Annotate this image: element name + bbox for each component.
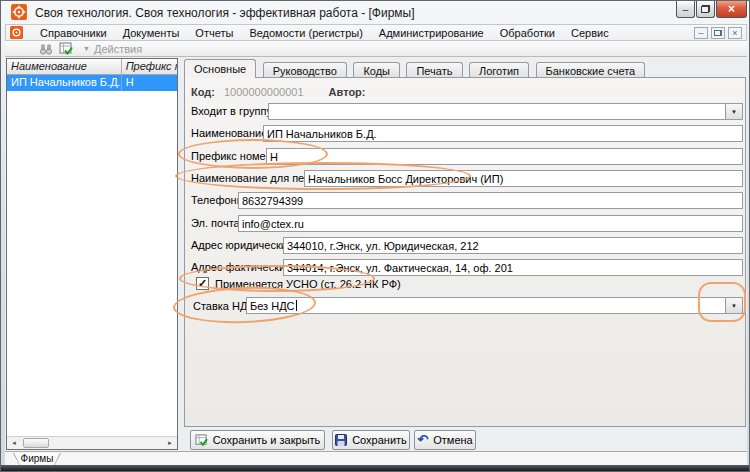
sheet-tab-strip: Фирмы xyxy=(5,451,747,465)
window-minimize-button[interactable]: – xyxy=(676,1,695,18)
tab-rukovodstvo[interactable]: Руководство xyxy=(263,62,347,78)
tab-kody[interactable]: Коды xyxy=(353,62,400,78)
column-header-name[interactable]: Наименование xyxy=(7,59,122,75)
app-icon-small xyxy=(10,26,23,39)
button-bar: Сохранить и закрыть Сохранить ↶ Отмена xyxy=(182,430,747,450)
print-name-input[interactable] xyxy=(304,170,743,187)
menu-obrabotki[interactable]: Обработки xyxy=(492,26,563,40)
actions-menu[interactable]: ▼ Действия xyxy=(83,43,142,55)
vat-dropdown-button[interactable]: ▼ xyxy=(725,298,742,313)
save-button[interactable]: Сохранить xyxy=(332,430,410,450)
scroll-left-icon: ◄ xyxy=(11,440,17,446)
code-value: 1000000000001 xyxy=(224,86,304,98)
save-close-icon xyxy=(195,434,208,447)
window-bottom-edge xyxy=(1,465,750,472)
mdi-minimize-button[interactable]: – xyxy=(694,27,708,39)
tab-bankovskie-scheta[interactable]: Банковские счета xyxy=(536,62,646,78)
text-cursor xyxy=(296,300,297,311)
list-cell-name: ИП Начальников Б.Д. xyxy=(7,75,122,91)
menu-otchety[interactable]: Отчеты xyxy=(187,26,241,40)
cancel-button[interactable]: ↶ Отмена xyxy=(414,430,476,450)
cancel-label: Отмена xyxy=(433,434,472,446)
restore-icon xyxy=(701,5,710,13)
workspace: Наименование Префикс номе ИП Начальников… xyxy=(5,57,747,451)
usno-checkbox[interactable]: ✓ xyxy=(196,277,209,290)
tab-pechat[interactable]: Печать xyxy=(406,62,462,78)
group-value xyxy=(269,104,725,119)
scrollbar-thumb[interactable] xyxy=(23,438,49,448)
menu-bar: Справочники Документы Отчеты Ведомости (… xyxy=(5,24,747,41)
usno-label: Применяется УСНО (ст. 26.2 НК РФ) xyxy=(215,278,401,290)
floppy-icon xyxy=(335,434,347,446)
save-label: Сохранить xyxy=(352,434,407,446)
minimize-icon: – xyxy=(683,4,689,15)
group-dropdown-button[interactable]: ▼ xyxy=(725,104,742,119)
name-label: Наименование: xyxy=(191,127,270,139)
group-label: Входит в группу: xyxy=(191,105,275,117)
prefix-input[interactable] xyxy=(266,148,743,165)
actual-address-label: Адрес фактический: xyxy=(191,261,294,273)
list-row-selected[interactable]: ИП Начальников Б.Д. Н xyxy=(7,75,177,91)
toolbar: ▼ Действия xyxy=(5,41,747,57)
menu-administrirovanie[interactable]: Администрирование xyxy=(371,26,492,40)
save-and-close-label: Сохранить и закрыть xyxy=(213,434,321,446)
email-label: Эл. почта: xyxy=(191,217,243,229)
mdi-minimize-icon: – xyxy=(698,28,703,38)
name-input[interactable] xyxy=(263,125,743,142)
author-label: Автор: xyxy=(329,86,366,98)
menu-spravochniki[interactable]: Справочники xyxy=(32,26,115,40)
window-restore-button[interactable] xyxy=(696,1,715,18)
scroll-right-icon: ► xyxy=(167,440,173,446)
vat-combobox[interactable]: Без НДС ▼ xyxy=(246,297,743,314)
email-input[interactable] xyxy=(238,215,743,232)
window-controls: – × xyxy=(675,1,747,18)
list-header: Наименование Префикс номе xyxy=(7,59,177,75)
legal-address-input[interactable] xyxy=(283,237,743,254)
title-bar: Своя технология. Своя технология - эффек… xyxy=(2,1,748,24)
save-list-icon[interactable] xyxy=(59,42,73,56)
menu-dokumenty[interactable]: Документы xyxy=(115,26,188,40)
tab-content-osnovnye: Код: 1000000000001 Автор: Входит в групп… xyxy=(184,77,746,427)
list-cell-prefix: Н xyxy=(122,75,177,91)
horizontal-scrollbar[interactable]: ◄ ► xyxy=(7,436,177,449)
mdi-close-button[interactable]: × xyxy=(728,27,742,39)
tab-osnovnye[interactable]: Основные xyxy=(184,59,256,78)
group-combobox[interactable]: ▼ xyxy=(268,103,743,120)
actions-dropdown-icon: ▼ xyxy=(83,45,90,52)
window-title: Своя технология. Своя технология - эффек… xyxy=(35,6,415,20)
firm-card-panel: Основные Руководство Коды Печать Логотип… xyxy=(182,58,747,450)
sheet-tab-label: Фирмы xyxy=(14,453,60,465)
chevron-down-icon: ▼ xyxy=(731,109,737,115)
search-icon[interactable] xyxy=(39,42,53,56)
actions-label: Действия xyxy=(94,43,142,55)
actual-address-input[interactable] xyxy=(283,259,743,276)
undo-icon: ↶ xyxy=(417,435,428,445)
scroll-right-button[interactable]: ► xyxy=(163,437,177,449)
close-icon: × xyxy=(728,2,735,16)
code-label: Код: xyxy=(191,86,215,98)
legal-address-label: Адрес юридический: xyxy=(191,239,296,251)
menu-servis[interactable]: Сервис xyxy=(563,26,617,40)
menu-vedomosti[interactable]: Ведомости (регистры) xyxy=(241,26,370,40)
column-header-prefix[interactable]: Префикс номе xyxy=(122,59,177,75)
tab-logotip[interactable]: Логотип xyxy=(469,62,529,78)
window-close-button[interactable]: × xyxy=(716,1,747,18)
app-icon xyxy=(11,4,27,20)
mdi-restore-button[interactable] xyxy=(711,27,725,39)
chevron-down-icon: ▼ xyxy=(731,303,737,309)
mdi-close-icon: × xyxy=(732,28,737,38)
vat-value: Без НДС xyxy=(250,300,295,312)
scroll-left-button[interactable]: ◄ xyxy=(7,437,21,449)
firms-list-panel: Наименование Префикс номе ИП Начальников… xyxy=(6,58,178,450)
mdi-window-controls: – × xyxy=(694,27,742,39)
app-window: Своя технология. Своя технология - эффек… xyxy=(0,0,750,472)
save-and-close-button[interactable]: Сохранить и закрыть xyxy=(190,430,325,450)
phones-input[interactable] xyxy=(238,192,743,209)
tab-bar: Основные Руководство Коды Печать Логотип… xyxy=(184,58,647,77)
checkmark-icon: ✓ xyxy=(198,277,207,289)
